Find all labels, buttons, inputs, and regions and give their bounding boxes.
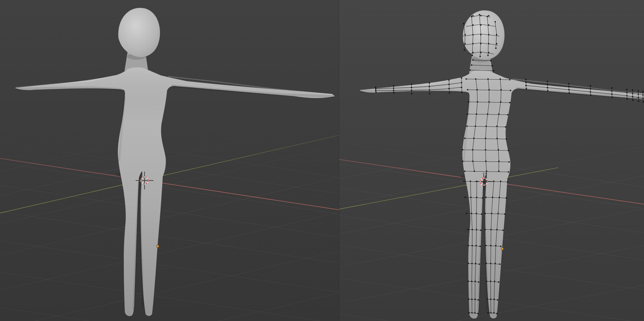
shaded-model-canvas	[0, 0, 339, 321]
viewport-comparison	[0, 0, 644, 321]
body-silhouette	[15, 67, 335, 316]
wireframe-model-canvas	[339, 0, 644, 321]
viewport-divider	[339, 0, 339, 321]
viewport-right-wireframe[interactable]	[339, 0, 644, 321]
object-origin-dot	[157, 245, 159, 247]
y-axis-line	[0, 135, 339, 213]
viewport-left-shaded[interactable]	[0, 0, 339, 321]
floor-grid	[0, 94, 339, 321]
head	[118, 8, 160, 57]
model-smooth[interactable]	[15, 8, 335, 316]
object-origin-dot	[501, 248, 503, 250]
y-axis-line	[339, 168, 558, 209]
